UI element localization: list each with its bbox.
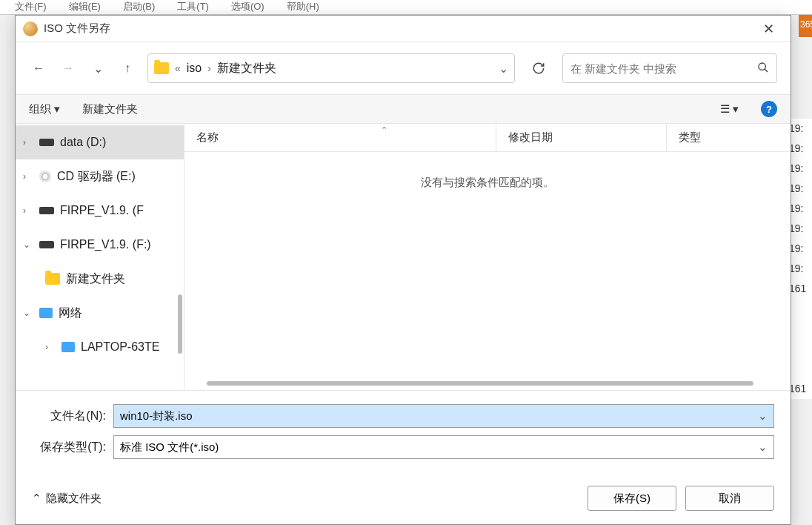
new-folder-button[interactable]: 新建文件夹 <box>82 102 138 116</box>
help-button[interactable]: ? <box>761 101 777 117</box>
filename-section: 文件名(N): win10-封装.iso ⌄ 保存类型(T): 标准 ISO 文… <box>16 390 791 477</box>
chevron-down-icon[interactable]: ⌄ <box>758 440 768 454</box>
column-headers: ⌃ 名称 修改日期 类型 <box>184 124 791 152</box>
nav-row: ← → ⌄ ↑ « iso › 新建文件夹 ⌄ <box>16 42 791 94</box>
header-date[interactable]: 修改日期 <box>496 124 666 151</box>
drive-icon <box>39 139 54 146</box>
folder-icon <box>154 62 169 74</box>
folder-icon <box>45 273 60 285</box>
filename-label: 文件名(N): <box>32 409 113 424</box>
filename-value: win10-封装.iso <box>120 409 193 423</box>
chevron-down-icon: ▾ <box>54 102 60 116</box>
search-input[interactable] <box>570 62 757 75</box>
chevron-right-icon[interactable]: › <box>45 342 56 352</box>
search-icon[interactable] <box>757 62 769 76</box>
filetype-select[interactable]: 标准 ISO 文件(*.iso) ⌄ <box>113 435 774 459</box>
breadcrumb-item[interactable]: iso <box>187 62 202 75</box>
back-button[interactable]: ← <box>29 59 48 78</box>
cd-icon <box>39 171 51 182</box>
save-button[interactable]: 保存(S) <box>588 486 676 511</box>
drive-icon <box>39 241 54 248</box>
tree-label: FIRPE_V1.9. (F <box>60 204 144 217</box>
filetype-label: 保存类型(T): <box>32 440 113 455</box>
computer-icon <box>61 342 75 352</box>
chevron-down-icon: ▾ <box>733 102 739 116</box>
tree-item-firpe-1[interactable]: › FIRPE_V1.9. (F <box>16 194 184 228</box>
titlebar: ISO 文件另存 ✕ <box>16 16 791 42</box>
file-list: ⌃ 名称 修改日期 类型 没有与搜索条件匹配的项。 <box>184 124 791 390</box>
tree-label: FIRPE_V1.9. (F:) <box>60 238 151 251</box>
tree-item-cd-e[interactable]: › CD 驱动器 (E:) <box>16 159 184 194</box>
cancel-button[interactable]: 取消 <box>685 486 774 511</box>
sort-arrow-icon: ⌃ <box>381 125 387 135</box>
refresh-button[interactable] <box>525 55 552 82</box>
sidebar-tree: › data (D:) › CD 驱动器 (E:) › FIRPE_V1.9. … <box>16 124 184 390</box>
tree-item-data-d[interactable]: › data (D:) <box>16 125 184 159</box>
list-icon: ☰ <box>720 102 730 116</box>
dialog-body: › data (D:) › CD 驱动器 (E:) › FIRPE_V1.9. … <box>16 124 791 390</box>
recent-dropdown[interactable]: ⌄ <box>88 59 107 78</box>
tree-item-firpe-f[interactable]: ⌄ FIRPE_V1.9. (F:) <box>16 228 184 262</box>
chevron-right-icon[interactable]: › <box>23 137 33 148</box>
svg-line-1 <box>765 69 768 72</box>
breadcrumb-item[interactable]: 新建文件夹 <box>217 61 276 76</box>
chevron-down-icon[interactable]: ⌄ <box>23 240 33 250</box>
chevron-down-icon[interactable]: ⌄ <box>23 308 33 318</box>
chevron-down-icon[interactable]: ⌄ <box>758 409 768 423</box>
close-button[interactable]: ✕ <box>753 16 783 42</box>
header-name[interactable]: 名称 <box>184 124 496 151</box>
toolbar: 组织▾ 新建文件夹 ☰ ▾ ? <box>16 94 791 124</box>
organize-menu[interactable]: 组织▾ <box>29 102 60 116</box>
tree-label: CD 驱动器 (E:) <box>57 169 136 185</box>
header-type[interactable]: 类型 <box>666 124 791 151</box>
tree-label: 新建文件夹 <box>66 271 125 287</box>
tree-item-network[interactable]: ⌄ 网络 <box>16 296 184 330</box>
search-box[interactable] <box>562 53 777 83</box>
empty-message: 没有与搜索条件匹配的项。 <box>184 152 791 190</box>
tree-label: 网络 <box>59 306 82 321</box>
bg-menubar: 文件(F)编辑(E) 启动(B)工具(T) 选项(O)帮助(H) <box>0 0 812 15</box>
network-icon <box>39 308 53 318</box>
footer: ⌃ 隐藏文件夹 保存(S) 取消 <box>16 477 791 524</box>
chevron-right-icon: › <box>207 62 211 74</box>
tree-item-laptop[interactable]: › LAPTOP-63TE <box>16 330 184 364</box>
svg-point-0 <box>759 63 765 70</box>
chevron-down-icon[interactable]: ⌄ <box>499 62 508 76</box>
up-button[interactable]: ↑ <box>118 59 137 78</box>
save-dialog: ISO 文件另存 ✕ ← → ⌄ ↑ « iso › 新建文件夹 ⌄ 组织▾ 新… <box>15 15 791 525</box>
filename-input[interactable]: win10-封装.iso ⌄ <box>113 404 774 428</box>
bg-badge: 365 <box>799 15 812 37</box>
hide-folders-toggle[interactable]: ⌃ 隐藏文件夹 <box>32 492 102 506</box>
forward-button[interactable]: → <box>59 59 78 78</box>
dialog-title: ISO 文件另存 <box>44 22 753 36</box>
filetype-value: 标准 ISO 文件(*.iso) <box>120 440 219 455</box>
drive-icon <box>39 207 54 214</box>
chevron-right-icon[interactable]: › <box>23 205 33 216</box>
app-icon <box>23 22 38 36</box>
chevron-up-icon: ⌃ <box>32 492 41 505</box>
tree-item-newfolder[interactable]: 新建文件夹 <box>16 262 184 296</box>
horizontal-scrollbar[interactable] <box>207 381 753 386</box>
breadcrumb-prefix: « <box>175 62 181 74</box>
view-menu[interactable]: ☰ ▾ <box>720 102 739 116</box>
chevron-right-icon[interactable]: › <box>23 171 33 182</box>
tree-label: data (D:) <box>60 136 106 149</box>
sidebar-scrollbar[interactable] <box>178 294 182 354</box>
tree-label: LAPTOP-63TE <box>81 340 159 354</box>
breadcrumb[interactable]: « iso › 新建文件夹 ⌄ <box>147 53 515 83</box>
